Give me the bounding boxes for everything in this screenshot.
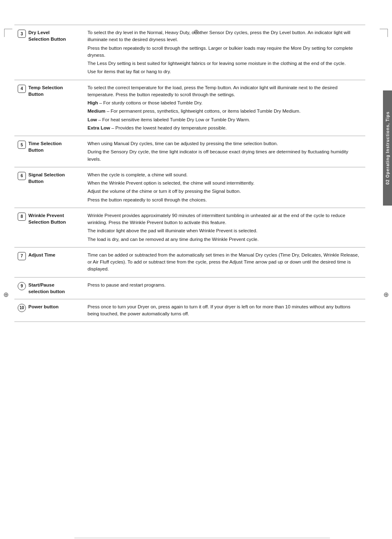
label-cell: 4Temp SelectionButton xyxy=(14,80,84,136)
desc-paragraph: When the cycle is complete, a chime will… xyxy=(88,171,362,178)
button-number: 3 xyxy=(18,30,26,38)
table-row: 10Power buttonPress once to turn your Dr… xyxy=(14,299,365,322)
desc-cell: Press once to turn your Dryer on, press … xyxy=(84,299,365,322)
label-cell: 9Start/Pauseselection button xyxy=(14,277,84,299)
label-cell: 6Signal SelectionButton xyxy=(14,167,84,208)
table-row: 3Dry LevelSelection ButtonTo select the … xyxy=(14,25,365,80)
button-label: 3Dry LevelSelection Button xyxy=(18,29,81,42)
button-number: 4 xyxy=(18,85,26,93)
desc-paragraph: The indicator light above the pad will i… xyxy=(88,227,362,234)
button-title: Signal SelectionButton xyxy=(28,171,65,185)
label-cell: 10Power button xyxy=(14,299,84,322)
button-label: 7Adjust Time xyxy=(18,252,81,260)
desc-cell: Press to pause and restart programs. xyxy=(84,277,365,299)
table-row: 7Adjust TimeTime can be added or subtrac… xyxy=(14,247,365,277)
button-title: Time SelectionButton xyxy=(28,140,62,153)
desc-paragraph: Wrinkle Prevent provides approximately 9… xyxy=(88,212,362,227)
table-row: 6Signal SelectionButtonWhen the cycle is… xyxy=(14,167,365,208)
desc-paragraph: Time can be added or subtracted from the… xyxy=(88,252,362,273)
desc-paragraph: The Less Dry setting is best suited for … xyxy=(88,60,362,67)
desc-cell: Wrinkle Prevent provides approximately 9… xyxy=(84,208,365,247)
corner-mark-tr xyxy=(380,29,388,37)
table-row: 9Start/Pauseselection buttonPress to pau… xyxy=(14,277,365,299)
desc-paragraph: Press the button repeatedly to scroll th… xyxy=(88,197,362,204)
button-label: 4Temp SelectionButton xyxy=(18,84,81,97)
desc-paragraph: Press once to turn your Dryer on, press … xyxy=(88,303,362,318)
desc-paragraph: When using Manual Dry cycles, time can b… xyxy=(88,140,362,147)
desc-paragraph: Medium – For permanent press, synthetics… xyxy=(88,108,362,115)
desc-paragraph: Extra Low – Provides the lowest heated d… xyxy=(88,125,362,132)
desc-cell: To select the correct temperature for th… xyxy=(84,80,365,136)
sidebar-tab: 02 Operating Instructions, Tips xyxy=(383,90,392,206)
label-cell: 7Adjust Time xyxy=(14,247,84,277)
button-label: 9Start/Pauseselection button xyxy=(18,282,81,295)
desc-cell: Time can be added or subtracted from the… xyxy=(84,247,365,277)
page: ⊕ ⊕ ⊕ ⊕ 02 Operating Instructions, Tips … xyxy=(0,25,392,539)
desc-cell: When using Manual Dry cycles, time can b… xyxy=(84,136,365,167)
desc-cell: To select the dry level in the Normal, H… xyxy=(84,25,365,80)
label-cell: 8Wrinkle PreventSelection Button xyxy=(14,208,84,247)
reg-mark-right: ⊕ xyxy=(383,290,389,298)
table-row: 4Temp SelectionButtonTo select the corre… xyxy=(14,80,365,136)
reg-mark-top: ⊕ xyxy=(194,28,199,36)
button-title: Adjust Time xyxy=(28,252,55,258)
button-label: 10Power button xyxy=(18,303,81,312)
button-title: Wrinkle PreventSelection Button xyxy=(28,212,66,225)
button-label: 8Wrinkle PreventSelection Button xyxy=(18,212,81,225)
instruction-table: 3Dry LevelSelection ButtonTo select the … xyxy=(14,25,365,322)
desc-paragraph: To select the dry level in the Normal, H… xyxy=(88,29,362,44)
sidebar-tab-label: 02 Operating Instructions, Tips xyxy=(385,111,390,185)
button-number: 10 xyxy=(18,304,26,312)
desc-cell: When the cycle is complete, a chime will… xyxy=(84,167,365,208)
button-number: 5 xyxy=(18,141,26,149)
desc-paragraph: Press the button repeatedly to scroll th… xyxy=(88,45,362,59)
desc-paragraph: Press to pause and restart programs. xyxy=(88,282,362,289)
label-cell: 3Dry LevelSelection Button xyxy=(14,25,84,80)
button-title: Start/Pauseselection button xyxy=(28,282,65,295)
desc-paragraph: The load is dry, and can be removed at a… xyxy=(88,236,362,243)
desc-paragraph: To select the correct temperature for th… xyxy=(88,84,362,99)
corner-mark-tl xyxy=(4,29,12,37)
desc-paragraph: Adjust the volume of the chime or turn i… xyxy=(88,188,362,195)
button-title: Power button xyxy=(28,303,58,310)
desc-paragraph: Low – For heat sensitive items labeled T… xyxy=(88,116,362,123)
button-number: 7 xyxy=(18,252,26,260)
button-number: 6 xyxy=(18,172,26,180)
button-number: 8 xyxy=(18,213,26,221)
button-title: Dry LevelSelection Button xyxy=(28,29,66,42)
table-row: 8Wrinkle PreventSelection ButtonWrinkle … xyxy=(14,208,365,247)
desc-paragraph: High – For sturdy cottons or those label… xyxy=(88,99,362,106)
table-row: 5Time SelectionButtonWhen using Manual D… xyxy=(14,136,365,167)
button-label: 6Signal SelectionButton xyxy=(18,171,81,185)
label-cell: 5Time SelectionButton xyxy=(14,136,84,167)
main-content: 3Dry LevelSelection ButtonTo select the … xyxy=(14,25,378,322)
button-label: 5Time SelectionButton xyxy=(18,140,81,153)
button-title: Temp SelectionButton xyxy=(28,84,63,97)
button-number: 9 xyxy=(18,282,26,290)
desc-paragraph: Use for items that lay flat or hang to d… xyxy=(88,68,362,75)
reg-mark-left: ⊕ xyxy=(3,290,9,298)
desc-paragraph: During the Sensory Dry cycle, the time l… xyxy=(88,148,362,163)
desc-paragraph: When the Wrinkle Prevent option is selec… xyxy=(88,180,362,187)
